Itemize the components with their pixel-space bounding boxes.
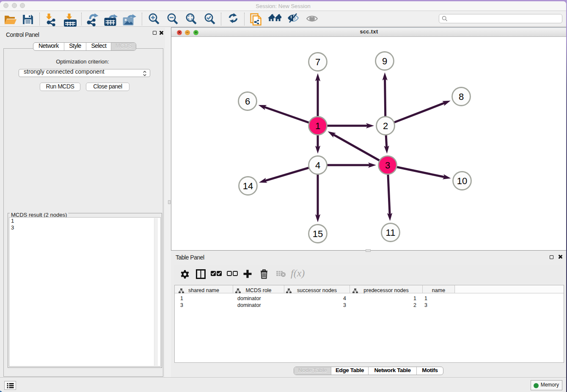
svg-text:11: 11 bbox=[386, 227, 396, 238]
svg-text:15: 15 bbox=[313, 229, 323, 239]
svg-text:7: 7 bbox=[315, 57, 320, 67]
svg-text:1: 1 bbox=[315, 121, 320, 131]
svg-text:3: 3 bbox=[385, 160, 390, 171]
svg-text:6: 6 bbox=[245, 96, 250, 107]
svg-text:2: 2 bbox=[383, 121, 388, 131]
svg-text:14: 14 bbox=[243, 181, 253, 191]
svg-text:9: 9 bbox=[382, 56, 387, 66]
svg-text:4: 4 bbox=[315, 160, 320, 171]
svg-text:10: 10 bbox=[457, 176, 467, 186]
svg-text:8: 8 bbox=[459, 91, 464, 102]
